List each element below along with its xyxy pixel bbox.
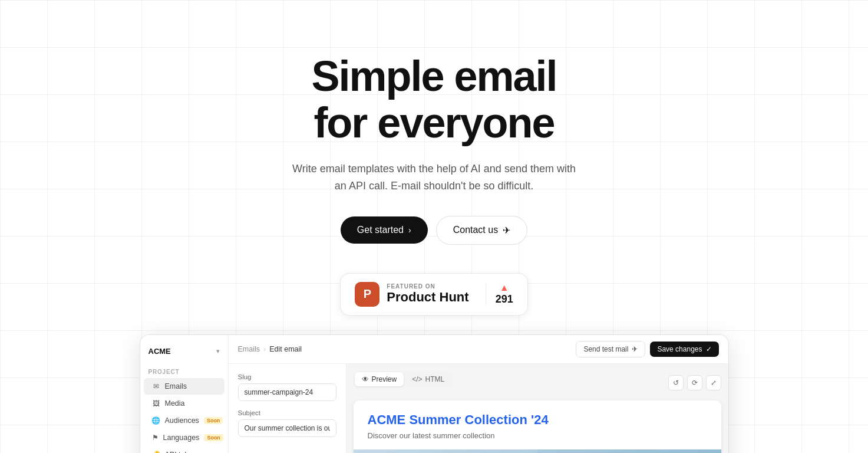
send-test-icon: ✈ bbox=[632, 345, 638, 353]
refresh-button[interactable]: ⟳ bbox=[687, 375, 702, 390]
preview-panel: 👁 Preview </> HTML ↺ bbox=[346, 364, 728, 453]
breadcrumb-separator: › bbox=[263, 345, 266, 353]
hero-section: Simple email for everyone Write email te… bbox=[0, 0, 868, 453]
email-preview: ACME Summer Collection '24 Discover our … bbox=[354, 401, 721, 453]
email-header: ACME Summer Collection '24 Discover our … bbox=[354, 401, 721, 449]
sidebar-project-header: ACME ▾ bbox=[140, 342, 228, 364]
key-icon: 🔑 bbox=[152, 451, 160, 453]
preview-toolbar-actions: ↺ ⟳ ⤢ bbox=[668, 375, 721, 390]
figure-left bbox=[354, 449, 537, 453]
send-test-mail-button[interactable]: Send test mail ✈ bbox=[576, 341, 645, 357]
hero-title: Simple email for everyone bbox=[311, 53, 556, 146]
app-mockup-section: ACME ▾ PROJECT ✉ Emails 🖼 Media 🌐 Aud bbox=[116, 334, 753, 453]
main-content: Emails › Edit email Send test mail ✈ Sav… bbox=[229, 335, 728, 453]
email-image-area bbox=[354, 449, 721, 453]
preview-tabs: 👁 Preview </> HTML bbox=[354, 371, 453, 388]
email-icon: ✉ bbox=[152, 382, 160, 390]
sidebar: ACME ▾ PROJECT ✉ Emails 🖼 Media 🌐 Aud bbox=[140, 335, 229, 453]
save-changes-button[interactable]: Save changes ✓ bbox=[650, 342, 718, 357]
subject-input[interactable] bbox=[238, 419, 336, 437]
tab-html[interactable]: </> HTML bbox=[405, 372, 451, 386]
tab-preview[interactable]: 👁 Preview bbox=[355, 372, 404, 386]
flag-icon: ⚑ bbox=[152, 434, 159, 442]
figures-container bbox=[354, 449, 721, 453]
soon-badge-2: Soon bbox=[204, 434, 223, 441]
sidebar-item-languages[interactable]: ⚑ Languages Soon bbox=[144, 429, 225, 446]
eye-icon: 👁 bbox=[362, 375, 369, 383]
figure-right bbox=[537, 449, 721, 453]
form-panel: Slug Subject bbox=[229, 364, 346, 453]
product-hunt-count: ▲ 291 bbox=[486, 283, 513, 306]
topbar-actions: Send test mail ✈ Save changes ✓ bbox=[576, 341, 718, 357]
upvote-arrow-icon: ▲ bbox=[500, 283, 509, 293]
check-icon: ✓ bbox=[706, 345, 712, 353]
send-icon: ✈ bbox=[503, 225, 510, 236]
app-window: ACME ▾ PROJECT ✉ Emails 🖼 Media 🌐 Aud bbox=[140, 334, 729, 453]
get-started-button[interactable]: Get started › bbox=[341, 216, 428, 244]
topbar: Emails › Edit email Send test mail ✈ Sav… bbox=[229, 335, 728, 364]
code-icon: </> bbox=[412, 375, 422, 383]
product-hunt-logo: P bbox=[355, 282, 379, 307]
product-hunt-badge[interactable]: P FEATURED ON Product Hunt ▲ 291 bbox=[340, 273, 527, 316]
product-hunt-text: FEATURED ON Product Hunt bbox=[387, 283, 468, 305]
sidebar-item-media[interactable]: 🖼 Media bbox=[144, 395, 225, 412]
project-name: ACME bbox=[148, 347, 171, 356]
sidebar-item-api-tokens[interactable]: 🔑 API tokens bbox=[144, 447, 225, 453]
soon-badge: Soon bbox=[204, 417, 223, 424]
image-icon: 🖼 bbox=[152, 399, 160, 408]
slug-field-group: Slug bbox=[238, 373, 336, 401]
undo-button[interactable]: ↺ bbox=[668, 375, 684, 390]
subject-label: Subject bbox=[238, 409, 336, 416]
sidebar-item-emails[interactable]: ✉ Emails bbox=[144, 378, 225, 395]
globe-icon: 🌐 bbox=[152, 416, 160, 425]
email-title: ACME Summer Collection '24 bbox=[368, 412, 707, 428]
email-subtitle: Discover our latest summer collection bbox=[368, 431, 707, 440]
page-wrapper: Simple email for everyone Write email te… bbox=[0, 0, 868, 453]
chevron-down-icon: ▾ bbox=[216, 347, 220, 355]
project-section-label: PROJECT bbox=[140, 364, 228, 378]
hero-subtitle: Write email templates with the help of A… bbox=[287, 160, 582, 195]
slug-input[interactable] bbox=[238, 383, 336, 401]
preview-toolbar: 👁 Preview </> HTML ↺ bbox=[354, 371, 721, 395]
fullscreen-button[interactable]: ⤢ bbox=[706, 375, 721, 390]
slug-label: Slug bbox=[238, 373, 336, 380]
contact-us-button[interactable]: Contact us ✈ bbox=[436, 216, 527, 245]
hero-buttons: Get started › Contact us ✈ bbox=[341, 216, 527, 245]
subject-field-group: Subject bbox=[238, 409, 336, 437]
breadcrumb: Emails › Edit email bbox=[238, 345, 302, 353]
arrow-icon: › bbox=[408, 225, 411, 235]
sidebar-item-audiences[interactable]: 🌐 Audiences Soon bbox=[144, 412, 225, 429]
split-view: Slug Subject bbox=[229, 364, 728, 453]
